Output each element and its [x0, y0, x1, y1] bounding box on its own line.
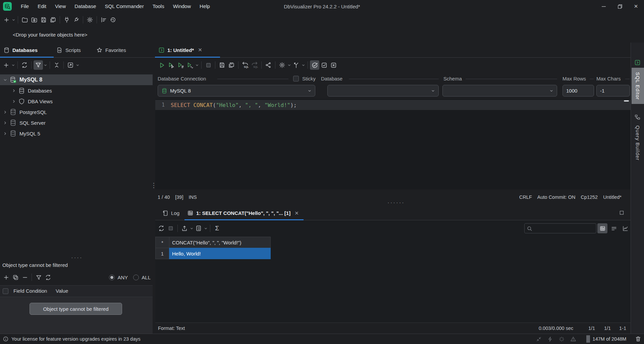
- monitor-chart-icon[interactable]: [99, 15, 108, 24]
- tab-close-icon[interactable]: ✕: [294, 210, 299, 216]
- caret-collapsed-icon[interactable]: [2, 131, 8, 136]
- sql-code-line[interactable]: 1SELECT CONCAT("Hello", ", ", "World!");: [155, 100, 297, 110]
- open-in-window-icon[interactable]: [66, 60, 75, 70]
- filter-funnel-icon[interactable]: [34, 273, 43, 282]
- tree-add-button[interactable]: [1, 60, 11, 70]
- grid-selected-cell[interactable]: Hello, World!: [169, 248, 271, 259]
- text-view-toggle[interactable]: [609, 223, 619, 233]
- tab-result-set[interactable]: 1: SELECT CONCAT("Hello", ", ", "... [1]…: [187, 206, 299, 220]
- merge-icon[interactable]: [291, 60, 301, 70]
- disconnect-plug-icon[interactable]: [71, 15, 81, 24]
- editor-settings-dropdown-icon[interactable]: [287, 63, 291, 67]
- tree-refresh-icon[interactable]: [20, 60, 29, 70]
- caret-collapsed-icon[interactable]: [2, 110, 8, 114]
- database-select[interactable]: [327, 85, 439, 97]
- new-object-dropdown-icon[interactable]: [11, 18, 16, 22]
- execute-buffer-icon[interactable]: [176, 60, 185, 70]
- tab-scripts[interactable]: Scripts: [56, 43, 81, 57]
- save-icon[interactable]: [217, 60, 227, 70]
- filter-remove-button[interactable]: [20, 273, 30, 282]
- export-dropdown-icon[interactable]: [189, 227, 194, 230]
- results-refresh-icon[interactable]: [157, 224, 166, 233]
- favorites-drop-bar[interactable]: <Drop your favorite objects here>: [13, 27, 88, 43]
- filter-header-checkbox[interactable]: [3, 288, 8, 294]
- tree-item-mysql5[interactable]: MySQL 5: [0, 128, 153, 139]
- open-in-window-dropdown-icon[interactable]: [75, 63, 80, 67]
- radio-any[interactable]: [109, 275, 115, 280]
- filter-disabled-button[interactable]: Object type cannot be filtered: [30, 303, 122, 315]
- commit-icon[interactable]: [319, 60, 329, 70]
- tree-item-dba-views[interactable]: DBA Views: [0, 96, 153, 107]
- grid-view-toggle[interactable]: [597, 223, 607, 233]
- tab-editor-untitled[interactable]: 1: Untitled* ✕: [158, 43, 215, 57]
- execute-dropdown-icon[interactable]: [195, 63, 199, 67]
- tree-add-dropdown-icon[interactable]: [11, 63, 15, 67]
- settings-gear-icon[interactable]: [85, 15, 95, 24]
- menu-file[interactable]: File: [16, 0, 33, 13]
- warning-triangle-icon[interactable]: [570, 336, 576, 342]
- max-chars-input[interactable]: -1: [596, 85, 630, 97]
- maximize-panel-icon[interactable]: [619, 210, 625, 216]
- history-clock-icon[interactable]: [108, 15, 118, 24]
- close-button[interactable]: ✕: [628, 0, 644, 13]
- tree-item-sql-server[interactable]: SQL Server: [0, 117, 153, 128]
- tab-databases[interactable]: Databases: [3, 43, 50, 57]
- save-as-icon[interactable]: [227, 60, 236, 70]
- shrink-icon[interactable]: [536, 336, 542, 342]
- menu-database[interactable]: Database: [70, 0, 100, 13]
- export-icon[interactable]: [180, 224, 189, 233]
- format-sql-icon[interactable]: [264, 60, 273, 70]
- sticky-checkbox[interactable]: [293, 76, 299, 81]
- tree-filter-button[interactable]: [34, 60, 43, 70]
- vertical-tab-sql-editor[interactable]: SQL Editor: [632, 68, 644, 104]
- grid-row-number[interactable]: 1: [155, 248, 169, 259]
- tree-filter-dropdown-icon[interactable]: [43, 63, 48, 67]
- filter-refresh-icon[interactable]: [43, 273, 53, 282]
- aggregate-sigma-icon[interactable]: Σ: [212, 224, 222, 233]
- new-object-button[interactable]: [2, 15, 11, 24]
- connect-plug-icon[interactable]: [62, 15, 71, 24]
- memory-gauge[interactable]: 147M of 2048M: [586, 335, 633, 343]
- sql-editor-area[interactable]: 1SELECT CONCAT("Hello", ", ", "World!");: [155, 99, 631, 189]
- minimize-button[interactable]: [596, 0, 612, 13]
- grid-column-header[interactable]: CONCAT("Hello", ", ", "World!"): [169, 237, 271, 248]
- filter-splitter-handle[interactable]: ····: [71, 254, 83, 261]
- connection-select[interactable]: MySQL 8: [158, 85, 315, 97]
- auto-commit-button[interactable]: [310, 60, 319, 70]
- caret-expanded-icon[interactable]: [2, 78, 8, 82]
- radio-all[interactable]: [133, 275, 139, 280]
- results-search-input[interactable]: [524, 223, 596, 233]
- grid-corner-cell[interactable]: *: [155, 237, 169, 248]
- menu-help[interactable]: Help: [195, 0, 214, 13]
- merge-dropdown-icon[interactable]: [301, 63, 306, 67]
- grid-options-dropdown-icon[interactable]: [203, 227, 208, 230]
- vertical-tab-query-builder[interactable]: Query Builder: [632, 123, 644, 163]
- menu-tools[interactable]: Tools: [148, 0, 169, 13]
- filter-copy-button[interactable]: [11, 273, 20, 282]
- tab-favorites[interactable]: Favorites: [96, 43, 126, 57]
- collapse-all-icon[interactable]: [52, 60, 61, 70]
- max-rows-input[interactable]: 1000: [562, 85, 594, 97]
- tree-item-postgresql[interactable]: PostgreSQL: [0, 107, 153, 117]
- filter-add-button[interactable]: [1, 273, 11, 282]
- grid-options-icon[interactable]: [194, 224, 203, 233]
- open-recent-folder-icon[interactable]: [30, 15, 39, 24]
- lightning-icon[interactable]: [547, 336, 553, 342]
- menu-view[interactable]: View: [51, 0, 70, 13]
- execute-icon[interactable]: [157, 60, 166, 70]
- tree-item-databases[interactable]: Databases: [0, 85, 153, 96]
- garbage-collect-icon[interactable]: [635, 336, 641, 342]
- tab-log[interactable]: Log: [162, 206, 179, 220]
- rollback-icon[interactable]: [329, 60, 338, 70]
- save-as-icon[interactable]: [48, 15, 58, 24]
- maximize-button[interactable]: [612, 0, 628, 13]
- tree-item-mysql8[interactable]: MySQL 8: [0, 74, 153, 85]
- execute-explain-icon[interactable]: [185, 60, 195, 70]
- undo-sql-icon[interactable]: SQL: [240, 60, 250, 70]
- schema-select[interactable]: [442, 85, 557, 97]
- editor-scrollbar-thumb[interactable]: [624, 100, 629, 102]
- save-icon[interactable]: [39, 15, 48, 24]
- tab-close-icon[interactable]: ✕: [198, 47, 202, 53]
- execute-current-icon[interactable]: [166, 60, 176, 70]
- chart-view-toggle[interactable]: [620, 223, 630, 233]
